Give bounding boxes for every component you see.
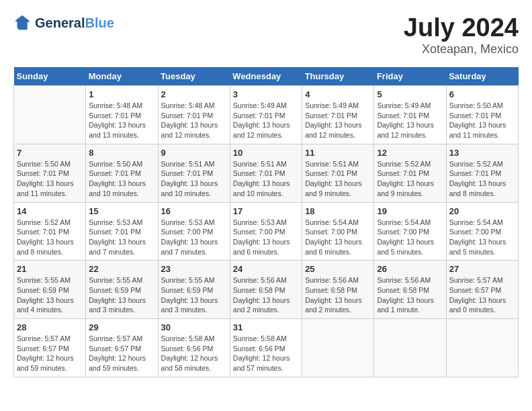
cell-content: Sunrise: 5:53 AMSunset: 7:00 PMDaylight:… [161,218,227,257]
cell-content: Sunrise: 5:53 AMSunset: 7:01 PMDaylight:… [89,218,154,257]
cell-content: Sunrise: 5:54 AMSunset: 7:00 PMDaylight:… [377,218,443,257]
header-tuesday: Tuesday [158,67,230,86]
day-number: 2 [161,89,227,99]
calendar-cell: 14Sunrise: 5:52 AMSunset: 7:01 PMDayligh… [14,202,86,261]
cell-content: Sunrise: 5:51 AMSunset: 7:01 PMDaylight:… [305,159,371,199]
week-row-5: 28Sunrise: 5:57 AMSunset: 6:57 PMDayligh… [14,319,519,377]
calendar-title: July 2024 [404,13,519,42]
cell-content: Sunrise: 5:56 AMSunset: 6:58 PMDaylight:… [233,275,299,315]
logo-icon [13,13,32,32]
day-number: 21 [17,264,83,274]
day-number: 23 [161,264,227,274]
day-number: 27 [449,264,515,274]
calendar-cell: 16Sunrise: 5:53 AMSunset: 7:00 PMDayligh… [158,202,230,261]
header-wednesday: Wednesday [230,67,302,86]
cell-content: Sunrise: 5:48 AMSunset: 7:01 PMDaylight:… [161,101,227,140]
calendar-cell: 10Sunrise: 5:51 AMSunset: 7:01 PMDayligh… [230,144,302,202]
cell-content: Sunrise: 5:49 AMSunset: 7:01 PMDaylight:… [305,101,371,140]
cell-content: Sunrise: 5:58 AMSunset: 6:56 PMDaylight:… [161,334,227,373]
day-number: 16 [161,206,227,216]
day-number: 6 [449,89,515,99]
day-number: 26 [377,264,443,274]
cell-content: Sunrise: 5:54 AMSunset: 7:00 PMDaylight:… [305,218,371,257]
calendar-cell: 11Sunrise: 5:51 AMSunset: 7:01 PMDayligh… [302,144,374,202]
day-number: 28 [17,322,83,332]
cell-content: Sunrise: 5:52 AMSunset: 7:01 PMDaylight:… [377,159,443,199]
day-number: 9 [161,148,227,158]
cell-content: Sunrise: 5:55 AMSunset: 6:59 PMDaylight:… [161,275,227,315]
cell-content: Sunrise: 5:49 AMSunset: 7:01 PMDaylight:… [377,101,443,140]
day-number: 24 [233,264,299,274]
cell-content: Sunrise: 5:52 AMSunset: 7:01 PMDaylight:… [17,218,83,257]
cell-content: Sunrise: 5:55 AMSunset: 6:59 PMDaylight:… [89,275,154,315]
cell-content: Sunrise: 5:52 AMSunset: 7:01 PMDaylight:… [449,159,515,199]
day-number: 18 [305,206,371,216]
day-number: 10 [233,148,299,158]
header-friday: Friday [374,67,446,86]
calendar-cell: 17Sunrise: 5:53 AMSunset: 7:00 PMDayligh… [230,202,302,261]
logo-blue: Blue [85,15,114,30]
page-header: GeneralBlue July 2024 Xoteapan, Mexico [13,13,519,56]
calendar-cell: 12Sunrise: 5:52 AMSunset: 7:01 PMDayligh… [374,144,446,202]
calendar-cell [302,319,374,377]
calendar-cell: 27Sunrise: 5:57 AMSunset: 6:57 PMDayligh… [446,261,518,319]
cell-content: Sunrise: 5:49 AMSunset: 7:01 PMDaylight:… [233,101,299,140]
calendar-cell: 8Sunrise: 5:50 AMSunset: 7:01 PMDaylight… [86,144,158,202]
day-number: 19 [377,206,443,216]
day-number: 30 [161,322,227,332]
cell-content: Sunrise: 5:51 AMSunset: 7:01 PMDaylight:… [161,159,227,199]
calendar-cell: 15Sunrise: 5:53 AMSunset: 7:01 PMDayligh… [86,202,158,261]
logo: GeneralBlue [13,13,114,32]
calendar-cell: 25Sunrise: 5:56 AMSunset: 6:58 PMDayligh… [302,261,374,319]
day-number: 1 [89,89,154,99]
day-number: 5 [377,89,443,99]
calendar-cell: 23Sunrise: 5:55 AMSunset: 6:59 PMDayligh… [158,261,230,319]
cell-content: Sunrise: 5:57 AMSunset: 6:57 PMDaylight:… [449,275,515,315]
header-thursday: Thursday [302,67,374,86]
day-number: 7 [17,148,83,158]
calendar-cell [446,319,518,377]
day-number: 13 [449,148,515,158]
calendar-table: SundayMondayTuesdayWednesdayThursdayFrid… [13,67,519,377]
calendar-cell [374,319,446,377]
day-number: 25 [305,264,371,274]
calendar-cell: 6Sunrise: 5:50 AMSunset: 7:01 PMDaylight… [446,86,518,144]
calendar-cell: 9Sunrise: 5:51 AMSunset: 7:01 PMDaylight… [158,144,230,202]
cell-content: Sunrise: 5:50 AMSunset: 7:01 PMDaylight:… [17,159,83,199]
calendar-cell: 13Sunrise: 5:52 AMSunset: 7:01 PMDayligh… [446,144,518,202]
day-number: 22 [89,264,154,274]
cell-content: Sunrise: 5:56 AMSunset: 6:58 PMDaylight:… [305,275,371,315]
calendar-cell: 2Sunrise: 5:48 AMSunset: 7:01 PMDaylight… [158,86,230,144]
cell-content: Sunrise: 5:50 AMSunset: 7:01 PMDaylight:… [89,159,154,199]
title-block: July 2024 Xoteapan, Mexico [404,13,519,56]
calendar-cell: 31Sunrise: 5:58 AMSunset: 6:56 PMDayligh… [230,319,302,377]
day-number: 11 [305,148,371,158]
logo-text: GeneralBlue [35,15,114,30]
day-number: 17 [233,206,299,216]
cell-content: Sunrise: 5:55 AMSunset: 6:59 PMDaylight:… [17,275,83,315]
week-row-3: 14Sunrise: 5:52 AMSunset: 7:01 PMDayligh… [14,202,519,261]
calendar-subtitle: Xoteapan, Mexico [404,42,519,56]
calendar-cell: 7Sunrise: 5:50 AMSunset: 7:01 PMDaylight… [14,144,86,202]
cell-content: Sunrise: 5:56 AMSunset: 6:58 PMDaylight:… [377,275,443,315]
calendar-cell: 1Sunrise: 5:48 AMSunset: 7:01 PMDaylight… [86,86,158,144]
day-number: 29 [89,322,154,332]
day-number: 4 [305,89,371,99]
day-number: 20 [449,206,515,216]
calendar-cell: 3Sunrise: 5:49 AMSunset: 7:01 PMDaylight… [230,86,302,144]
calendar-cell: 19Sunrise: 5:54 AMSunset: 7:00 PMDayligh… [374,202,446,261]
calendar-cell: 21Sunrise: 5:55 AMSunset: 6:59 PMDayligh… [14,261,86,319]
header-sunday: Sunday [14,67,86,86]
calendar-cell: 30Sunrise: 5:58 AMSunset: 6:56 PMDayligh… [158,319,230,377]
header-saturday: Saturday [446,67,518,86]
calendar-cell [14,86,86,144]
calendar-cell: 20Sunrise: 5:54 AMSunset: 7:00 PMDayligh… [446,202,518,261]
logo-general: General [35,15,85,30]
cell-content: Sunrise: 5:53 AMSunset: 7:00 PMDaylight:… [233,218,299,257]
calendar-cell: 24Sunrise: 5:56 AMSunset: 6:58 PMDayligh… [230,261,302,319]
header-row: SundayMondayTuesdayWednesdayThursdayFrid… [14,67,519,86]
week-row-4: 21Sunrise: 5:55 AMSunset: 6:59 PMDayligh… [14,261,519,319]
cell-content: Sunrise: 5:48 AMSunset: 7:01 PMDaylight:… [89,101,154,140]
cell-content: Sunrise: 5:57 AMSunset: 6:57 PMDaylight:… [17,334,83,373]
week-row-2: 7Sunrise: 5:50 AMSunset: 7:01 PMDaylight… [14,144,519,202]
